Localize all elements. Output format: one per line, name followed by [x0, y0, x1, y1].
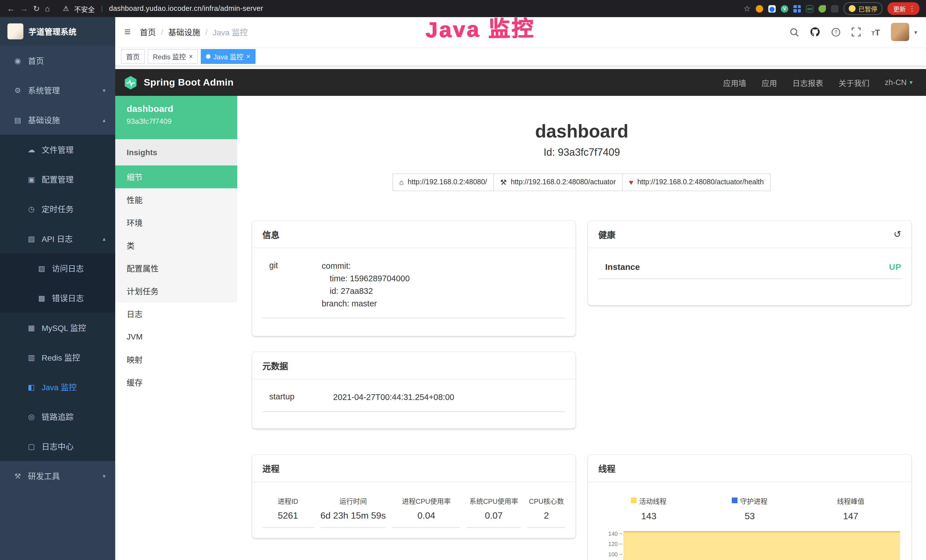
- sidebar-item-trace[interactable]: ◎ 链路追踪: [0, 402, 115, 431]
- extension-icon-on[interactable]: on: [806, 5, 813, 12]
- font-size-icon[interactable]: TT: [871, 28, 880, 36]
- sidebar-item-java-monitor[interactable]: ◧ Java 监控: [0, 372, 115, 402]
- menu-label: 配置管理: [42, 173, 74, 185]
- sba-item-metrics[interactable]: 性能: [115, 188, 237, 211]
- close-icon[interactable]: ×: [246, 53, 250, 60]
- extension-icon-grid[interactable]: [793, 5, 801, 12]
- sba-item-classes[interactable]: 类: [115, 234, 237, 257]
- avatar[interactable]: [891, 23, 909, 41]
- svg-text:?: ?: [834, 29, 837, 35]
- app-title: 芋道管理系统: [29, 26, 76, 37]
- back-icon[interactable]: ←: [7, 5, 15, 12]
- cards-grid: 信息 git commit: time: 1596289704000: [252, 221, 911, 560]
- api-log-icon: ▧: [25, 234, 38, 243]
- sba-item-details[interactable]: 细节: [115, 165, 237, 188]
- tab-label: Redis 监控: [153, 51, 186, 61]
- sidebar-item-devtools[interactable]: ⚒ 研发工具 ▾: [0, 461, 115, 491]
- dashboard-icon: ◉: [11, 56, 24, 65]
- sba-instance-header[interactable]: dashboard 93a3fc7f7409: [115, 96, 237, 139]
- history-icon[interactable]: ↺: [893, 229, 901, 240]
- tab-java-monitor[interactable]: Java 监控 ×: [201, 49, 255, 64]
- legend-daemon-threads: 守护进程 53: [699, 496, 800, 522]
- menu-label: 文件管理: [42, 144, 74, 155]
- menu-label: 系统管理: [28, 85, 60, 96]
- extension-icon-vue[interactable]: V: [781, 5, 788, 12]
- instance-link-root[interactable]: ⌂ http://192.168.0.2:48080/: [392, 173, 494, 191]
- home-icon: ⌂: [399, 178, 404, 186]
- hamburger-icon[interactable]: ≡: [124, 26, 131, 38]
- sidebar-item-redis-monitor[interactable]: ▥ Redis 监控: [0, 342, 115, 372]
- screen: ← → ↻ ⌂ ⚠ 不安全 | dashboard.yudao.iocoder.…: [0, 0, 926, 560]
- sba-item-jvm[interactable]: JVM: [115, 325, 237, 348]
- sidebar-item-access-log[interactable]: ▨ 访问日志: [0, 253, 115, 283]
- sba-nav-applications[interactable]: 应用: [761, 77, 777, 88]
- sidebar-item-file-manage[interactable]: ☁ 文件管理: [0, 135, 115, 164]
- sba-brand[interactable]: Spring Boot Admin: [144, 77, 234, 88]
- extension-icon-leaf[interactable]: [819, 5, 826, 12]
- sidebar-item-cron[interactable]: ◷ 定时任务: [0, 194, 115, 224]
- health-instance-row[interactable]: Instance UP: [598, 253, 901, 279]
- card-title: 元数据: [252, 352, 575, 380]
- help-icon[interactable]: ?: [831, 27, 840, 37]
- search-icon[interactable]: [789, 27, 799, 37]
- instance-link-actuator[interactable]: ⚒ http://192.168.0.2:48080/actuator: [493, 173, 623, 191]
- breadcrumb-item-infra[interactable]: 基础设施: [168, 26, 200, 38]
- sba-sidebar: dashboard 93a3fc7f7409 Insights 细节 性能 环境…: [115, 96, 237, 560]
- sba-nav-wallboard[interactable]: 应用墙: [723, 77, 746, 88]
- sidebar-item-infra[interactable]: ▤ 基础设施 ▴: [0, 105, 115, 135]
- sidebar-item-config-manage[interactable]: ▣ 配置管理: [0, 164, 115, 194]
- browser-menu-icon[interactable]: ⋮: [909, 5, 915, 12]
- navbar-actions: ? TT ▾: [789, 23, 917, 41]
- sba-group-label: Insights: [115, 139, 237, 165]
- card-title: 健康: [598, 228, 616, 240]
- metric-uptime: 运行时间 6d 23h 15m 59s: [320, 496, 386, 528]
- sidebar-item-system[interactable]: ⚙ 系统管理 ▾: [0, 75, 115, 105]
- sidebar-item-log-center[interactable]: ▢ 日志中心: [0, 431, 115, 461]
- browser-home-icon[interactable]: ⌂: [45, 5, 50, 12]
- close-icon[interactable]: ×: [189, 53, 193, 60]
- sba-nav-about[interactable]: 关于我们: [838, 77, 869, 88]
- sba-locale-select[interactable]: zh-CN ▾: [885, 78, 912, 87]
- sba-body: dashboard 93a3fc7f7409 Insights 细节 性能 环境…: [115, 96, 926, 560]
- legend-live-threads: 活动线程 143: [598, 496, 699, 522]
- extension-icon-blue-drop[interactable]: [768, 5, 776, 12]
- app-logo[interactable]: 芋道管理系统: [0, 17, 115, 45]
- tab-home[interactable]: 首页: [121, 49, 145, 64]
- sidebar-item-api-log[interactable]: ▧ API 日志 ▴: [0, 224, 115, 253]
- browser-update-button[interactable]: 更新 ⋮: [888, 2, 920, 15]
- breadcrumb-item-home[interactable]: 首页: [140, 26, 156, 38]
- status-badge: UP: [889, 262, 901, 272]
- extension-icon-plugin[interactable]: [831, 5, 838, 12]
- fullscreen-icon[interactable]: [851, 27, 860, 36]
- info-card: 信息 git commit: time: 1596289704000: [252, 221, 575, 336]
- sba-item-logs[interactable]: 日志: [115, 303, 237, 325]
- card-title: 进程: [252, 455, 575, 482]
- paused-extension-badge[interactable]: 已暂停: [844, 2, 882, 15]
- forward-icon[interactable]: →: [20, 5, 28, 12]
- sba-item-scheduled-tasks[interactable]: 计划任务: [115, 280, 237, 303]
- bookmark-star-icon[interactable]: ☆: [743, 5, 750, 12]
- security-label[interactable]: 不安全: [74, 4, 95, 14]
- error-log-icon: ▩: [35, 294, 48, 302]
- top-navbar: ≡ 首页 / 基础设施 / Java 监控 ?: [115, 17, 926, 47]
- sba-item-config-props[interactable]: 配置属性: [115, 257, 237, 280]
- sba-item-environment[interactable]: 环境: [115, 211, 237, 234]
- sba-nav-links: 应用墙 应用 日志报表 关于我们 zh-CN ▾: [723, 77, 912, 88]
- sba-item-caches[interactable]: 缓存: [115, 371, 237, 394]
- sidebar-item-mysql-monitor[interactable]: ▦ MySQL 监控: [0, 313, 115, 342]
- instance-link-health[interactable]: ♥ http://192.168.0.2:48080/actuator/heal…: [622, 173, 770, 191]
- extension-icon-orange[interactable]: [756, 5, 763, 12]
- url-text[interactable]: dashboard.yudao.iocoder.cn/infra/admin-s…: [109, 5, 263, 12]
- metadata-card: 元数据 startup 2021-04-27T00:44:31.254+08:0…: [252, 352, 575, 428]
- github-icon[interactable]: [809, 27, 820, 37]
- chevron-up-icon: ▴: [103, 117, 106, 123]
- menu-label: 访问日志: [52, 262, 84, 274]
- avatar-caret-icon[interactable]: ▾: [914, 29, 917, 35]
- sidebar-item-error-log[interactable]: ▩ 错误日志: [0, 283, 115, 313]
- sba-nav-journal[interactable]: 日志报表: [792, 77, 823, 88]
- sidebar-item-dashboard[interactable]: ◉ 首页: [0, 45, 115, 75]
- menu-label: Java 监控: [42, 381, 77, 392]
- refresh-icon[interactable]: ↻: [33, 5, 39, 12]
- sba-item-mappings[interactable]: 映射: [115, 348, 237, 371]
- tab-redis-monitor[interactable]: Redis 监控 ×: [148, 49, 198, 64]
